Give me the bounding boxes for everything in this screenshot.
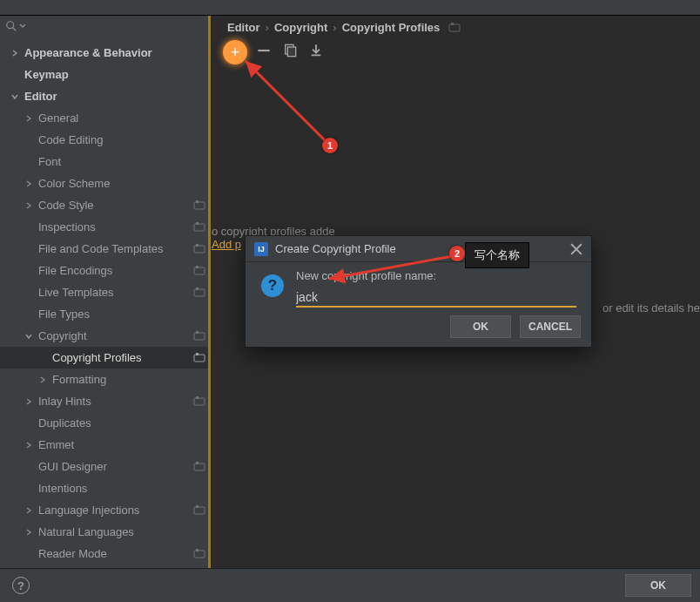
tree-item-file-encodings[interactable]: File Encodings [0, 260, 211, 281]
plus-icon: + [231, 44, 240, 60]
scope-icon [193, 504, 205, 517]
scope-icon [193, 243, 205, 255]
ok-button[interactable]: OK [450, 315, 511, 338]
scope-icon [193, 548, 205, 560]
svg-rect-16 [194, 398, 205, 405]
tree-item-gui-designer[interactable]: GUI Designer [0, 456, 211, 477]
intellij-icon: IJ [254, 242, 268, 256]
tree-item-file-types[interactable]: File Types [0, 303, 211, 325]
chevron-down-icon [10, 92, 19, 101]
tree-item-code-style[interactable]: Code Style [0, 194, 211, 216]
svg-rect-25 [451, 23, 454, 25]
cancel-button[interactable]: CANCEL [520, 315, 581, 338]
remove-button[interactable] [257, 44, 271, 57]
tree-item-duplicates[interactable]: Duplicates [0, 412, 211, 434]
add-profile-link[interactable]: Add p [212, 238, 241, 251]
svg-rect-13 [196, 331, 199, 334]
annotation-badge-2: 2 [449, 246, 465, 261]
detail-hint: or edit its details he [602, 301, 700, 315]
tree-item-reader-mode[interactable]: Reader Mode [0, 543, 211, 565]
profile-name-input[interactable] [296, 288, 576, 306]
tree-item-editor[interactable]: Editor [0, 85, 211, 107]
scope-icon [193, 265, 205, 277]
import-button[interactable] [309, 44, 323, 57]
chevron-down-icon [19, 23, 26, 30]
tree-item-live-templates[interactable]: Live Templates [0, 281, 211, 303]
sidebar-search[interactable] [0, 16, 211, 37]
tree-item-inspections[interactable]: Inspections [0, 216, 211, 238]
svg-rect-27 [287, 47, 295, 57]
svg-line-1 [13, 28, 17, 31]
tree-item-appearance[interactable]: Appearance & Behavior [0, 42, 211, 64]
chevron-right-icon [10, 49, 19, 57]
breadcrumb-copyright[interactable]: Copyright [274, 21, 327, 34]
tree-item-natural-languages[interactable]: Natural Languages [0, 521, 211, 543]
svg-rect-6 [194, 246, 205, 253]
tree-item-copyright-profiles[interactable]: Copyright Profiles [0, 347, 211, 369]
dialog-titlebar[interactable]: IJ Create Copyright Profile [246, 236, 591, 262]
scope-icon [193, 287, 205, 299]
footer-ok-button[interactable]: OK [625, 574, 691, 597]
question-icon: ? [261, 274, 284, 297]
svg-rect-23 [196, 549, 199, 551]
tree-item-keymap[interactable]: Keymap [0, 64, 211, 85]
svg-rect-21 [196, 505, 199, 508]
tree-item-general[interactable]: General [0, 107, 211, 129]
svg-point-0 [7, 22, 14, 29]
annotation-badge-1: 1 [322, 138, 338, 153]
breadcrumb: Editor › Copyright › Copyright Profiles [212, 16, 700, 38]
close-icon[interactable] [570, 243, 582, 255]
svg-rect-15 [196, 353, 199, 355]
svg-rect-12 [194, 333, 205, 340]
titlebar-stub [0, 0, 700, 16]
svg-rect-22 [194, 551, 205, 558]
settings-tree: Appearance & Behavior Keymap Editor Gene… [0, 42, 211, 565]
tree-item-inlay-hints[interactable]: Inlay Hints [0, 390, 211, 412]
svg-rect-14 [194, 355, 205, 362]
tree-item-code-editing[interactable]: Code Editing [0, 129, 211, 151]
svg-rect-10 [194, 289, 205, 296]
add-button-highlight: + [223, 40, 247, 64]
scope-icon [193, 352, 205, 364]
help-icon[interactable]: ? [12, 577, 30, 594]
breadcrumb-copyright-profiles[interactable]: Copyright Profiles [342, 21, 441, 34]
tree-item-color-scheme[interactable]: Color Scheme [0, 172, 211, 194]
dialog-title: Create Copyright Profile [275, 242, 396, 255]
tree-item-copyright[interactable]: Copyright [0, 325, 211, 347]
scope-icon [193, 396, 205, 408]
svg-rect-7 [196, 244, 199, 247]
tree-item-intentions[interactable]: Intentions [0, 477, 211, 499]
chevron-down-icon [24, 332, 33, 341]
profile-name-label: New copyright profile name: [296, 269, 436, 282]
copy-button[interactable] [283, 44, 297, 57]
chevron-right-icon: › [333, 21, 336, 34]
chevron-right-icon: › [266, 21, 269, 34]
chevron-right-icon [38, 375, 47, 384]
tree-item-formatting[interactable]: Formatting [0, 369, 211, 390]
svg-rect-2 [194, 202, 205, 209]
breadcrumb-editor[interactable]: Editor [227, 21, 260, 34]
tree-item-language-injections[interactable]: Language Injections [0, 499, 211, 521]
svg-rect-17 [196, 396, 199, 399]
tree-item-file-code-templates[interactable]: File and Code Templates [0, 238, 211, 260]
scope-icon [193, 330, 205, 342]
svg-rect-9 [196, 266, 199, 268]
chevron-right-icon [24, 528, 33, 537]
scope-icon [193, 200, 205, 212]
svg-rect-4 [194, 224, 205, 231]
profiles-toolbar [212, 40, 700, 61]
chevron-right-icon [24, 201, 33, 210]
settings-sidebar: Appearance & Behavior Keymap Editor Gene… [0, 16, 212, 568]
search-icon [5, 20, 17, 32]
svg-rect-11 [196, 287, 199, 290]
tree-item-font[interactable]: Font [0, 151, 211, 172]
scope-icon [193, 221, 205, 233]
scope-icon [448, 22, 461, 32]
sidebar-scrollbar[interactable] [208, 16, 211, 568]
svg-rect-8 [194, 267, 205, 274]
chevron-right-icon [24, 397, 33, 406]
input-underline [296, 306, 576, 308]
svg-rect-3 [196, 200, 199, 203]
tree-item-emmet[interactable]: Emmet [0, 434, 211, 456]
svg-rect-5 [196, 222, 199, 225]
